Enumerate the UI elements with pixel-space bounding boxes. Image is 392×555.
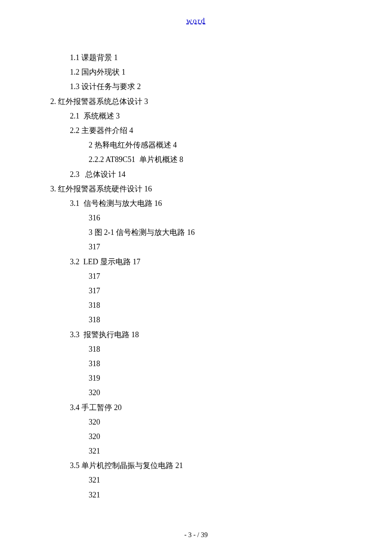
toc-line: 321 [0,473,392,487]
toc-line: 318 [0,356,392,371]
toc-line: 1.2 国内外现状 1 [0,65,392,79]
toc-line: 318 [0,298,392,312]
toc-line: 320 [0,385,392,400]
toc-line: 1.1 课题背景 1 [0,50,392,65]
toc-line: 3.3 报警执行电路 18 [0,327,392,342]
toc-line: 320 [0,429,392,444]
toc-line: 3.4 手工暂停 20 [0,400,392,415]
toc-line: 2.2 主要器件介绍 4 [0,123,392,138]
toc-line: 316 [0,211,392,225]
toc-line: 319 [0,371,392,385]
toc-line: 3.5 单片机控制晶振与复位电路 21 [0,458,392,473]
header-link[interactable]: word [0,14,392,28]
toc-line: 1.3 设计任务与要求 2 [0,79,392,94]
toc-line: 2 热释电红外传感器概述 4 [0,138,392,152]
toc-line: 318 [0,342,392,356]
toc-line: 3.1 信号检测与放大电路 16 [0,196,392,211]
toc-content: 1.1 课题背景 11.2 国内外现状 11.3 设计任务与要求 22. 红外报… [0,50,392,502]
toc-line: 2. 红外报警器系统总体设计 3 [0,94,392,109]
toc-line: 2.3 总体设计 14 [0,167,392,182]
toc-line: 320 [0,415,392,429]
toc-line: 3 图 2-1 信号检测与放大电路 16 [0,225,392,240]
toc-line: 321 [0,444,392,458]
toc-line: 321 [0,488,392,502]
toc-line: 318 [0,312,392,327]
toc-line: 317 [0,240,392,254]
toc-line: 317 [0,283,392,298]
page-footer: - 3 - / 39 [0,529,392,541]
toc-line: 2.2.2 AT89C51 单片机概述 8 [0,152,392,167]
toc-line: 3.2 LED 显示电路 17 [0,254,392,269]
toc-line: 317 [0,269,392,283]
toc-line: 2.1 系统概述 3 [0,109,392,123]
toc-line: 3. 红外报警器系统硬件设计 16 [0,182,392,196]
